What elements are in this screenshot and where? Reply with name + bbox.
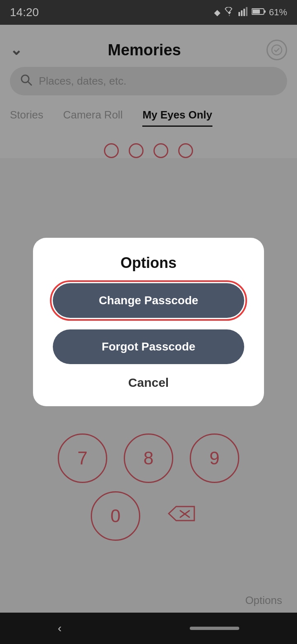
options-modal: Options Change Passcode Forgot Passcode … xyxy=(33,238,264,406)
modal-overlay: Options Change Passcode Forgot Passcode … xyxy=(0,0,297,644)
modal-title: Options xyxy=(120,254,177,272)
cancel-button[interactable]: Cancel xyxy=(128,376,169,390)
forgot-passcode-button[interactable]: Forgot Passcode xyxy=(53,329,244,364)
change-passcode-button[interactable]: Change Passcode xyxy=(53,283,244,318)
